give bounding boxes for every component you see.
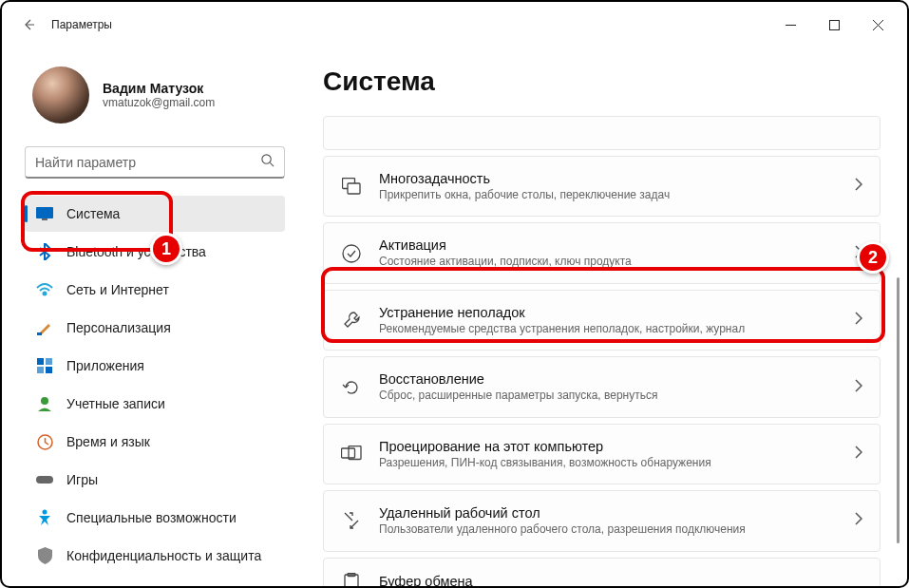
sidebar-item-label: Учетные записи — [66, 396, 165, 411]
window-title: Параметры — [51, 18, 112, 31]
svg-point-4 — [262, 155, 271, 163]
chevron-right-icon — [855, 178, 862, 195]
svg-rect-1 — [829, 20, 839, 29]
close-icon — [873, 20, 883, 30]
card-activation[interactable]: АктивацияСостояние активации, подписки, … — [323, 222, 881, 283]
card-remote-desktop[interactable]: Удаленный рабочий столПользователи удале… — [323, 490, 881, 551]
search-input[interactable] — [35, 155, 260, 170]
annotation-badge-2: 2 — [857, 241, 889, 274]
main-panel: Система МногозадачностьПрикрепить окна, … — [296, 47, 907, 586]
maximize-icon — [829, 20, 840, 30]
card-title: Буфер обмена — [379, 573, 862, 586]
check-circle-icon — [341, 243, 362, 264]
card-multitasking[interactable]: МногозадачностьПрикрепить окна, рабочие … — [323, 156, 881, 217]
scrollbar[interactable] — [897, 125, 900, 567]
person-icon — [36, 395, 53, 412]
profile-block[interactable]: Вадим Матузок vmatuzok@gmail.com — [25, 66, 285, 123]
card-desc: Рекомендуемые средства устранения непола… — [379, 322, 838, 337]
user-email: vmatuzok@gmail.com — [103, 96, 215, 109]
sidebar-item-label: Игры — [66, 472, 98, 487]
sidebar-item-label: Приложения — [66, 358, 144, 373]
card-desc: Разрешения, ПИН-код связывания, возможно… — [379, 456, 838, 471]
svg-rect-16 — [36, 476, 53, 484]
svg-rect-7 — [42, 218, 47, 220]
maximize-button[interactable] — [812, 9, 856, 40]
gamepad-icon — [36, 471, 53, 488]
card-title: Удаленный рабочий стол — [379, 504, 838, 522]
sidebar-item-label: Время и язык — [66, 434, 150, 449]
multitask-icon — [341, 176, 362, 197]
sidebar-item-accounts[interactable]: Учетные записи — [25, 386, 285, 422]
sidebar-item-personalization[interactable]: Персонализация — [25, 310, 285, 346]
svg-rect-13 — [46, 367, 52, 373]
svg-point-14 — [41, 397, 48, 405]
remote-icon — [341, 510, 362, 531]
back-button[interactable] — [9, 6, 47, 44]
card-desc: Состояние активации, подписки, ключ прод… — [379, 255, 838, 270]
chevron-right-icon — [855, 312, 862, 329]
svg-line-5 — [270, 162, 274, 166]
svg-point-8 — [44, 293, 47, 295]
wifi-icon — [36, 281, 53, 298]
card-title: Устранение неполадок — [379, 304, 838, 322]
card-troubleshoot[interactable]: Устранение неполадокРекомендуемые средст… — [323, 290, 881, 351]
sidebar-item-privacy[interactable]: Конфиденциальность и защита — [25, 538, 285, 574]
svg-rect-9 — [37, 332, 42, 335]
chevron-right-icon — [855, 446, 862, 463]
globe-clock-icon — [36, 433, 53, 450]
sidebar-item-label: Сеть и Интернет — [66, 282, 169, 297]
annotation-badge-1: 1 — [150, 233, 182, 265]
scrollbar-thumb[interactable] — [897, 277, 900, 543]
sidebar-item-system[interactable]: Система — [25, 196, 285, 232]
avatar — [32, 66, 89, 123]
svg-point-17 — [43, 510, 47, 515]
search-icon — [260, 153, 275, 171]
svg-rect-19 — [348, 183, 360, 194]
svg-rect-10 — [37, 358, 44, 365]
card-title: Активация — [379, 237, 838, 255]
svg-rect-11 — [46, 358, 52, 365]
card-partial-top[interactable] — [323, 116, 881, 150]
sidebar-item-label: Персонализация — [66, 320, 171, 335]
card-title: Проецирование на этот компьютер — [379, 438, 838, 456]
sidebar-item-label: Система — [66, 206, 120, 221]
svg-point-20 — [343, 245, 360, 262]
card-recovery[interactable]: ВосстановлениеСброс, расширенные парамет… — [323, 356, 881, 417]
brush-icon — [36, 319, 53, 336]
card-projecting[interactable]: Проецирование на этот компьютерРазрешени… — [323, 424, 881, 484]
display-icon — [36, 205, 53, 222]
card-desc: Прикрепить окна, рабочие столы, переключ… — [379, 188, 838, 203]
sidebar-item-network[interactable]: Сеть и Интернет — [25, 272, 285, 308]
user-name: Вадим Матузок — [103, 81, 215, 96]
card-title: Восстановление — [379, 370, 838, 389]
sidebar-item-label: Конфиденциальность и защита — [66, 548, 261, 563]
window-controls — [768, 9, 900, 40]
sidebar-item-apps[interactable]: Приложения — [25, 348, 285, 384]
sidebar-item-time-language[interactable]: Время и язык — [25, 424, 285, 460]
minimize-icon — [786, 20, 796, 30]
minimize-button[interactable] — [768, 9, 812, 40]
apps-icon — [36, 357, 53, 374]
bluetooth-icon — [36, 243, 53, 260]
recovery-icon — [341, 377, 362, 398]
search-box[interactable] — [25, 146, 285, 179]
card-clipboard[interactable]: Буфер обмена — [323, 558, 881, 586]
page-title: Система — [323, 66, 881, 97]
svg-rect-12 — [37, 367, 44, 373]
settings-list: МногозадачностьПрикрепить окна, рабочие … — [323, 116, 881, 586]
sidebar-item-gaming[interactable]: Игры — [25, 462, 285, 498]
chevron-right-icon — [855, 512, 862, 529]
project-icon — [341, 444, 362, 465]
wrench-icon — [341, 310, 362, 331]
card-desc: Пользователи удаленного рабочего стола, … — [379, 522, 838, 538]
card-title: Многозадачность — [379, 170, 838, 188]
chevron-right-icon — [855, 379, 862, 396]
titlebar: Параметры — [2, 2, 907, 47]
sidebar-item-label: Bluetooth и устройства — [66, 244, 206, 259]
sidebar-item-accessibility[interactable]: Специальные возможности — [25, 500, 285, 536]
arrow-left-icon — [21, 17, 36, 32]
close-button[interactable] — [856, 9, 900, 40]
sidebar: Вадим Матузок vmatuzok@gmail.com Система… — [2, 47, 296, 586]
shield-icon — [36, 547, 53, 564]
svg-rect-6 — [36, 207, 53, 218]
